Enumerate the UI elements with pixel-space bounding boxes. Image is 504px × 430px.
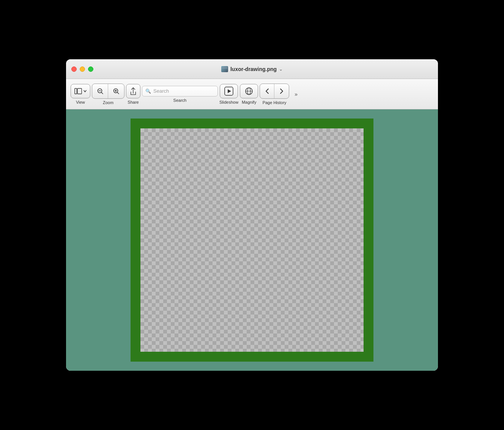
slideshow-icon [224, 86, 234, 96]
green-border-frame [131, 119, 373, 362]
toolbar: View [66, 79, 438, 109]
search-placeholder: Search [153, 88, 169, 94]
page-history-toolbar-group: Page History [260, 84, 289, 105]
image-wrapper [127, 115, 377, 365]
view-label: View [76, 100, 85, 104]
zoom-toolbar-group: Zoom [92, 84, 124, 105]
view-button[interactable] [71, 84, 90, 98]
svg-marker-11 [228, 89, 231, 93]
search-field[interactable]: 🔍 Search [142, 86, 218, 96]
zoom-controls [92, 84, 124, 99]
share-label: Share [128, 100, 139, 104]
transparent-checkerboard [140, 128, 364, 352]
title-area: luxor-drawing.png ⌄ [221, 66, 283, 72]
magnify-toolbar-group: Magnify [240, 84, 258, 104]
view-dropdown-icon [83, 90, 87, 92]
share-icon [129, 86, 137, 96]
maximize-button[interactable] [88, 66, 93, 72]
search-icon: 🔍 [145, 89, 151, 94]
svg-rect-1 [77, 88, 82, 94]
slideshow-toolbar-group: Slideshow [219, 84, 238, 104]
share-toolbar-group: Share [126, 84, 140, 104]
view-toolbar-group: View [71, 84, 90, 104]
next-page-button[interactable] [274, 84, 289, 98]
title-bar: luxor-drawing.png ⌄ [66, 59, 438, 79]
page-history-nav [260, 84, 289, 99]
slideshow-button[interactable] [220, 84, 238, 98]
slideshow-label: Slideshow [219, 100, 238, 104]
zoom-in-icon [113, 88, 120, 95]
file-icon [221, 66, 228, 72]
magnify-button[interactable] [240, 84, 258, 98]
zoom-out-button[interactable] [92, 84, 108, 98]
preview-window: luxor-drawing.png ⌄ View [66, 59, 438, 371]
close-button[interactable] [71, 66, 77, 72]
svg-line-4 [101, 92, 103, 94]
traffic-lights [71, 66, 93, 72]
title-dropdown-icon[interactable]: ⌄ [279, 66, 283, 72]
search-toolbar-group: 🔍 Search Search [142, 86, 218, 103]
search-label: Search [173, 98, 187, 103]
magnify-icon [244, 86, 254, 96]
minimize-button[interactable] [80, 66, 85, 72]
chevron-left-icon [265, 88, 269, 94]
svg-rect-0 [75, 88, 77, 94]
zoom-out-icon [97, 88, 104, 95]
chevron-right-icon [280, 88, 284, 94]
zoom-label: Zoom [103, 100, 113, 105]
magnify-label: Magnify [242, 100, 257, 104]
zoom-in-button[interactable] [108, 84, 124, 98]
window-title: luxor-drawing.png [230, 66, 277, 72]
svg-line-8 [117, 92, 119, 94]
overflow-icon: » [295, 91, 298, 97]
share-button[interactable] [126, 84, 140, 98]
content-area [66, 109, 438, 371]
view-icon [74, 87, 82, 95]
prev-page-button[interactable] [260, 84, 274, 98]
page-history-label: Page History [263, 100, 287, 105]
overflow-button[interactable]: » [291, 87, 301, 101]
